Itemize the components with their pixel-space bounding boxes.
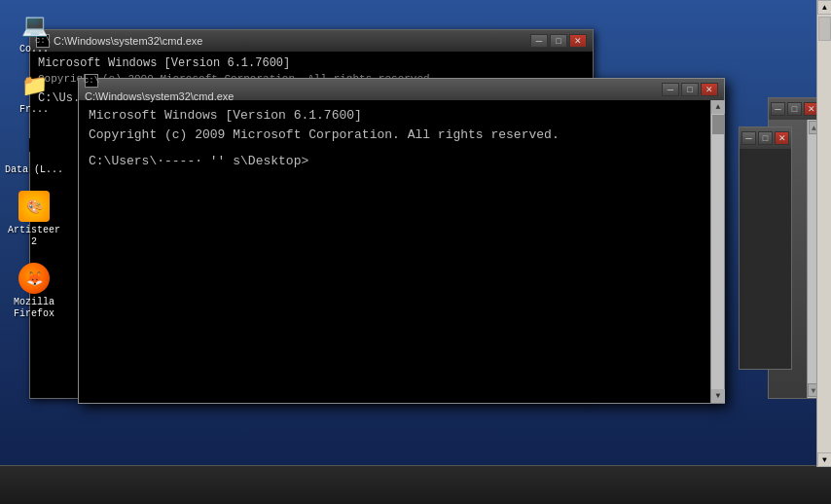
front-line2: Copyright (c) 2009 Microsoft Corporation…	[89, 126, 714, 145]
extra2-minimize-btn[interactable]: ─	[741, 131, 756, 145]
cmd-title-back: C:\Windows\system32\cmd.exe	[54, 35, 202, 47]
scrollbar-track-body	[711, 135, 724, 389]
cmd-window-front: c:\ C:\Windows\system32\cmd.exe ─ □ ✕ Mi…	[78, 78, 725, 404]
extra-titlebar-1: ─ □ ✕	[769, 98, 820, 120]
background-window-2: ─ □ ✕	[739, 126, 792, 370]
front-close-btn[interactable]: ✕	[701, 83, 718, 96]
firefox-icon-label: Mozilla Firefox	[5, 297, 63, 320]
desktop-icons-container: 💻 Co... 📁 Fr... 🖥 Data (L... 🎨 Artisteer…	[0, 0, 68, 504]
drive-icon-label: Data (L...	[5, 164, 63, 176]
cmd-scrollbar[interactable]: ▲ ▼	[710, 100, 724, 403]
desktop-icon-artisteer[interactable]: 🎨 Artisteer 2	[5, 191, 63, 248]
back-maximize-btn[interactable]: □	[550, 34, 567, 48]
folder-icon: 📁	[18, 70, 50, 101]
firefox-icon: 🦊	[18, 263, 50, 294]
taskbar	[0, 465, 831, 504]
right-scroll-thumb[interactable]	[818, 17, 831, 41]
right-scroll-up[interactable]: ▲	[817, 0, 831, 15]
desktop: ─ □ ✕ ▲ ▼ ─ □ ✕ c:\ C:\Windows\system32\…	[0, 0, 831, 504]
titlebar-buttons-front: ─ □ ✕	[662, 83, 718, 96]
right-scroll-track	[817, 15, 831, 452]
desktop-icon-computer[interactable]: 💻 Co...	[5, 10, 63, 55]
front-line3	[89, 144, 714, 152]
cmd-content-area[interactable]: Microsoft Windows [Version 6.1.7600] Cop…	[79, 100, 724, 403]
back-minimize-btn[interactable]: ─	[530, 34, 548, 48]
drive-icon: 🖥	[18, 130, 50, 162]
artisteer-icon: 🎨	[18, 191, 50, 222]
scrollbar-arrow-down[interactable]: ▼	[711, 389, 725, 403]
computer-icon-label: Co...	[5, 44, 63, 55]
computer-icon: 💻	[18, 10, 50, 41]
extra-titlebar-2: ─ □ ✕	[740, 127, 791, 149]
extra-minimize-btn[interactable]: ─	[771, 102, 785, 116]
extra2-maximize-btn[interactable]: □	[758, 131, 773, 145]
front-minimize-btn[interactable]: ─	[662, 83, 679, 96]
scrollbar-arrow-up[interactable]: ▲	[711, 100, 725, 114]
cmd-titlebar-front[interactable]: c:\ C:\Windows\system32\cmd.exe ─ □ ✕	[79, 79, 724, 100]
right-scrollbar[interactable]: ▲ ▼	[816, 0, 831, 467]
back-close-btn[interactable]: ✕	[569, 34, 587, 48]
back-line1: Microsoft Windows [Version 6.1.7600]	[38, 55, 585, 72]
desktop-icon-drive[interactable]: 🖥 Data (L...	[5, 130, 63, 176]
extra-maximize-btn[interactable]: □	[787, 102, 802, 116]
titlebar-buttons-back: ─ □ ✕	[530, 34, 587, 48]
right-scroll-down[interactable]: ▼	[817, 452, 831, 467]
front-prompt: C:\Users\·----· '' s\Desktop>	[89, 152, 714, 171]
front-maximize-btn[interactable]: □	[681, 83, 699, 96]
cmd-icon-front: c:\	[85, 74, 98, 88]
artisteer-icon-label: Artisteer 2	[5, 225, 63, 248]
desktop-icon-firefox[interactable]: 🦊 Mozilla Firefox	[5, 263, 63, 320]
front-line1: Microsoft Windows [Version 6.1.7600]	[89, 106, 714, 126]
extra2-close-btn[interactable]: ✕	[775, 131, 789, 145]
scrollbar-thumb[interactable]	[712, 115, 724, 134]
folder-icon-label: Fr...	[5, 104, 63, 116]
cmd-titlebar-back[interactable]: c:\ C:\Windows\system32\cmd.exe ─ □ ✕	[30, 30, 593, 52]
desktop-icon-folder[interactable]: 📁 Fr...	[5, 70, 63, 116]
